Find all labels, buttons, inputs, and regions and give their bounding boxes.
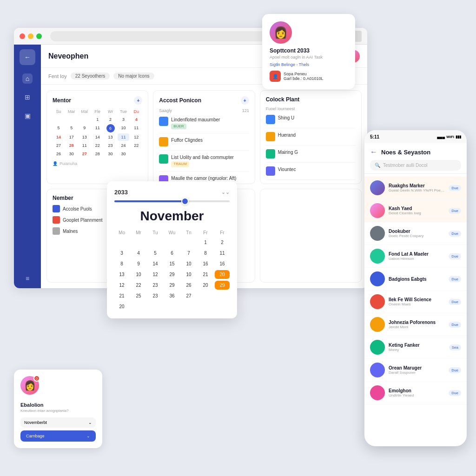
- phone-list-item-7[interactable]: Keting Fanker Morey Sea: [364, 336, 467, 359]
- cpg-day[interactable]: 3: [114, 249, 129, 258]
- cal-day-highlight[interactable]: 28: [66, 142, 78, 149]
- phone-list-item-4[interactable]: Badgions Eabgts Due: [364, 268, 467, 291]
- minimize-button[interactable]: [28, 33, 33, 39]
- calendar-add-icon[interactable]: +: [134, 96, 142, 105]
- cal-day[interactable]: 30: [66, 150, 78, 158]
- cpg-day[interactable]: 1: [198, 238, 213, 247]
- cal-day[interactable]: 1: [92, 116, 104, 123]
- cpg-day[interactable]: [131, 238, 146, 247]
- cal-day[interactable]: 30: [118, 150, 130, 158]
- cpg-day[interactable]: 14: [148, 259, 163, 268]
- phone-list-item-5[interactable]: Ilek Fe Will Science Oneein Maes Due: [364, 291, 467, 313]
- profile-link[interactable]: Sigtln Belinge - Thels: [270, 62, 348, 67]
- phone-list-item-8[interactable]: Orean Maruger Daralf Sospuner Due: [364, 359, 467, 382]
- cpg-day[interactable]: 23: [148, 281, 163, 290]
- cal-day[interactable]: 14: [92, 133, 104, 141]
- cal-day[interactable]: 5: [66, 124, 78, 132]
- cal-day[interactable]: 26: [53, 150, 65, 158]
- cal-day[interactable]: 11: [92, 124, 104, 132]
- cpg-day[interactable]: 23: [148, 291, 163, 300]
- cpg-day[interactable]: 25: [131, 291, 146, 300]
- phone-list-item-2[interactable]: Dookuber Doelc Pesbt Cospary Due: [364, 222, 467, 245]
- cpg-day-highlighted-29[interactable]: 29: [215, 281, 230, 290]
- filter-status-chip[interactable]: No major Icons: [113, 73, 154, 79]
- phone-list-item-0[interactable]: Ruakghs Marker Gueat Geetn N.With Yfe/Ft…: [364, 177, 467, 199]
- cpg-day[interactable]: 21: [114, 291, 129, 300]
- cpg-day[interactable]: 36: [165, 291, 179, 300]
- cal-popup-expand[interactable]: ⌄⌄: [221, 189, 230, 195]
- cpg-day[interactable]: 26: [181, 281, 196, 290]
- task-item-3[interactable]: List Uolity and Ilab commupter TRAUM: [159, 154, 249, 171]
- phone-list-item-9[interactable]: Emolghon Undtrlin Yieaed Due: [364, 382, 467, 404]
- cpg-day[interactable]: 10: [181, 259, 196, 268]
- cpg-day[interactable]: 6: [165, 249, 179, 258]
- phone-list-item-3[interactable]: Fond Lat A Maeler Uabon Hilmson Due: [364, 245, 467, 268]
- cpg-day[interactable]: [165, 238, 179, 247]
- cpg-day[interactable]: 13: [114, 270, 129, 279]
- phone-search-bar[interactable]: 🔍 Testmober aulli Docol: [370, 160, 461, 171]
- filter-count-chip[interactable]: 22 Seyoothers: [71, 73, 110, 79]
- profile-action[interactable]: 👤 Sopa Peneu Garl bde.: 0.A01010L: [270, 71, 348, 82]
- cpg-day[interactable]: [114, 238, 129, 247]
- cpg-day[interactable]: 5: [148, 249, 163, 258]
- task-item-2[interactable]: Fuffor Cligndes: [159, 137, 249, 151]
- cal-day[interactable]: [66, 116, 78, 123]
- cal-day[interactable]: 27: [53, 142, 65, 149]
- cpg-day[interactable]: 12: [148, 270, 163, 279]
- cal-day[interactable]: 2: [105, 116, 117, 123]
- phone-back-icon[interactable]: ←: [370, 148, 377, 156]
- cpg-day[interactable]: 8: [114, 259, 129, 268]
- ufc-confirm-button[interactable]: Carnbage ⌄: [20, 430, 96, 442]
- cpg-day[interactable]: 8: [198, 249, 213, 258]
- cal-day[interactable]: [53, 116, 65, 123]
- cal-day[interactable]: 11: [130, 124, 142, 132]
- cpg-day[interactable]: 21: [198, 270, 213, 279]
- cpg-day[interactable]: 27: [181, 291, 196, 300]
- cal-day[interactable]: 24: [118, 142, 130, 149]
- maximize-button[interactable]: [36, 33, 42, 39]
- cal-day-highlight[interactable]: 14: [53, 133, 65, 141]
- cpg-day[interactable]: 20: [114, 302, 129, 311]
- cpg-day[interactable]: 22: [131, 281, 146, 290]
- cpg-day[interactable]: 10: [181, 270, 196, 279]
- task-add-icon[interactable]: +: [241, 96, 249, 105]
- cpg-day[interactable]: 16: [215, 259, 230, 268]
- cal-day[interactable]: 10: [118, 124, 130, 132]
- cpg-day[interactable]: 16: [198, 259, 213, 268]
- cal-day[interactable]: 22: [92, 142, 104, 149]
- cal-day-today[interactable]: 6: [106, 124, 115, 132]
- sidebar-item-building[interactable]: ▣: [22, 111, 33, 121]
- cal-day[interactable]: 9: [79, 124, 91, 132]
- cpg-day[interactable]: 12: [114, 281, 129, 290]
- cal-day-selected[interactable]: 11: [118, 133, 130, 141]
- phone-list-item-1[interactable]: Kash Yaed Deloit Cloentin Ioeg Due: [364, 199, 467, 222]
- cpg-day[interactable]: 15: [165, 259, 179, 268]
- cal-day-highlight[interactable]: 4: [130, 116, 142, 123]
- cal-day[interactable]: 5: [53, 124, 65, 132]
- cal-day[interactable]: 28: [92, 150, 104, 158]
- cal-day[interactable]: 13: [105, 133, 117, 141]
- cpg-day[interactable]: 2: [215, 238, 230, 247]
- cpg-day-highlighted-20[interactable]: 20: [215, 270, 230, 279]
- cpg-day[interactable]: 20: [198, 281, 213, 290]
- cpg-day[interactable]: 9: [131, 259, 146, 268]
- sidebar-item-table[interactable]: ≡: [22, 273, 33, 284]
- sidebar-item-home[interactable]: ⌂: [22, 73, 33, 84]
- cal-day[interactable]: 11: [79, 142, 91, 149]
- cal-day[interactable]: 12: [130, 133, 142, 141]
- cal-day[interactable]: 13: [79, 133, 91, 141]
- ufc-select-1[interactable]: Novemberbt ⌄: [20, 417, 96, 428]
- cpg-day[interactable]: [215, 291, 230, 300]
- cpg-day[interactable]: 7: [181, 249, 196, 258]
- cal-day[interactable]: 17: [66, 133, 78, 141]
- sidebar-logo[interactable]: ←: [20, 49, 35, 65]
- cal-day[interactable]: 3: [118, 116, 130, 123]
- cpg-day[interactable]: [148, 238, 163, 247]
- cpg-day[interactable]: 29: [165, 281, 179, 290]
- cpg-day[interactable]: 4: [131, 249, 146, 258]
- cal-day-highlight[interactable]: 27: [79, 150, 91, 158]
- sidebar-item-grid[interactable]: ⊞: [22, 92, 33, 102]
- cpg-day[interactable]: 29: [165, 270, 179, 279]
- cal-day[interactable]: 22: [130, 142, 142, 149]
- cpg-day[interactable]: 11: [215, 249, 230, 258]
